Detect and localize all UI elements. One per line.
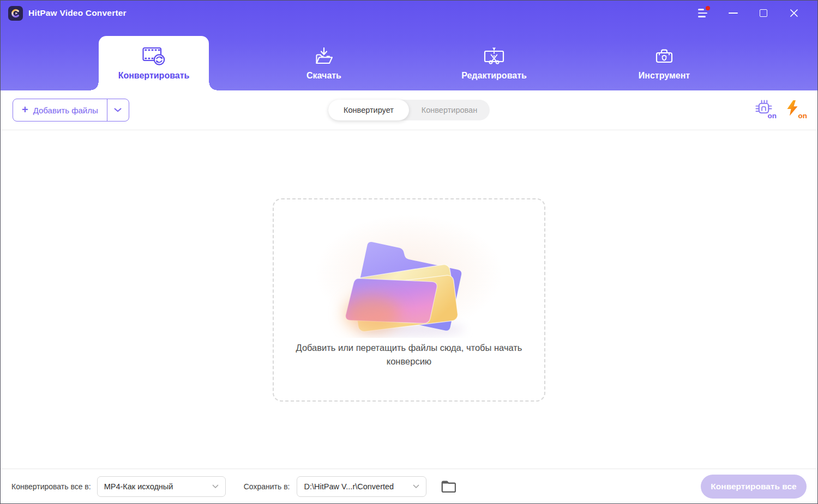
hardware-acceleration-toggle[interactable]: on bbox=[755, 100, 775, 120]
minimize-icon bbox=[729, 13, 738, 14]
filter-converted[interactable]: Конвертирован bbox=[409, 100, 490, 120]
chevron-down-icon bbox=[413, 484, 419, 489]
turbo-on-badge: on bbox=[798, 112, 808, 120]
titlebar: HitPaw Video Converter bbox=[1, 1, 817, 26]
tab-label: Скачать bbox=[306, 71, 341, 81]
header: HitPaw Video Converter bbox=[1, 1, 817, 90]
convert-all-to-label: Конвертировать все в: bbox=[11, 482, 91, 491]
app-window: HitPaw Video Converter bbox=[0, 0, 818, 504]
save-to-label: Сохранить в: bbox=[244, 482, 290, 491]
output-format-value: MP4-Как исходный bbox=[104, 482, 173, 491]
file-dropzone[interactable]: Добавить или перетащить файлы сюда, чтоб… bbox=[273, 198, 545, 402]
toolbar-right: on on bbox=[755, 100, 805, 120]
filter-converting[interactable]: Конвертирует bbox=[328, 100, 409, 120]
maximize-button[interactable] bbox=[755, 5, 772, 21]
minimize-button[interactable] bbox=[725, 5, 741, 21]
convert-status-toggle: Конвертирует Конвертирован bbox=[328, 100, 490, 120]
window-title: HitPaw Video Converter bbox=[28, 8, 127, 18]
menu-button[interactable] bbox=[694, 5, 711, 21]
tab-label: Инструмент bbox=[639, 71, 690, 81]
plus-icon: + bbox=[22, 104, 28, 115]
notification-dot bbox=[706, 6, 710, 10]
folder-icon bbox=[441, 481, 456, 493]
download-folder-icon bbox=[313, 46, 335, 66]
close-icon bbox=[790, 9, 798, 17]
tab-convert[interactable]: Конвертировать bbox=[99, 36, 209, 90]
add-files-dropdown-button[interactable] bbox=[107, 99, 129, 121]
toolbar: + Добавить файлы Конвертирует Конвертиро… bbox=[1, 90, 817, 130]
hamburger-icon bbox=[698, 9, 707, 17]
lightning-bolt-icon bbox=[786, 100, 799, 117]
filter-converting-label: Конвертирует bbox=[344, 106, 394, 114]
main-tabs: Конвертировать Скачать bbox=[69, 23, 749, 90]
save-path-select[interactable]: D:\HitPaw V...r\Converted bbox=[297, 476, 426, 497]
folder-illustration bbox=[327, 222, 491, 338]
footer-bar: Конвертировать все в: MP4-Как исходный С… bbox=[1, 469, 817, 503]
filter-converted-label: Конвертирован bbox=[422, 106, 477, 114]
turbo-boost-toggle[interactable]: on bbox=[786, 100, 805, 120]
maximize-icon bbox=[760, 9, 767, 17]
chevron-down-icon bbox=[114, 108, 122, 112]
browse-folder-button[interactable] bbox=[441, 481, 456, 493]
add-files-label: Добавить файлы bbox=[33, 106, 98, 115]
main-content: Добавить или перетащить файлы сюда, чтоб… bbox=[1, 130, 817, 469]
tab-label: Редактировать bbox=[461, 71, 527, 81]
convert-all-button[interactable]: Конвертировать все bbox=[701, 475, 807, 499]
tab-download[interactable]: Скачать bbox=[269, 36, 379, 90]
edit-scissors-icon bbox=[483, 46, 505, 66]
output-format-select[interactable]: MP4-Как исходный bbox=[97, 476, 226, 497]
film-convert-icon bbox=[142, 46, 165, 66]
tab-label: Конвертировать bbox=[118, 71, 190, 81]
app-logo-icon bbox=[8, 6, 23, 21]
chevron-down-icon bbox=[212, 484, 219, 489]
close-button[interactable] bbox=[786, 5, 802, 21]
hw-accel-on-badge: on bbox=[768, 112, 777, 120]
save-path-value: D:\HitPaw V...r\Converted bbox=[304, 482, 394, 491]
tab-toolbox[interactable]: Инструмент bbox=[609, 36, 719, 90]
tab-edit[interactable]: Редактировать bbox=[439, 36, 549, 90]
window-controls bbox=[694, 5, 810, 21]
add-files-button[interactable]: + Добавить файлы bbox=[13, 99, 129, 122]
toolbox-icon bbox=[653, 46, 675, 66]
